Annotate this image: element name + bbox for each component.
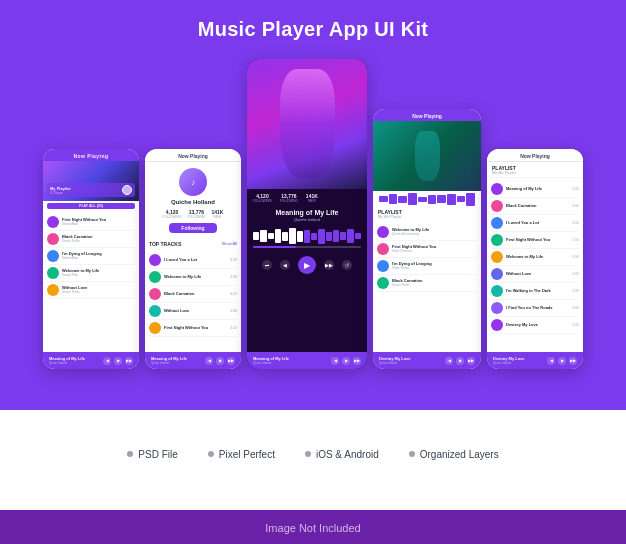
list-item: Welcome to My Life 2:56	[491, 249, 579, 266]
wave-bar	[268, 233, 274, 239]
prev-button[interactable]: ◀	[280, 260, 290, 270]
song-title: Destroy My Love	[506, 323, 569, 328]
page-title: Music Player App UI Kit	[198, 18, 429, 41]
wave-bar	[260, 230, 266, 242]
song-info: Welcome to My Life Quintin Bermondsey	[392, 228, 477, 236]
prev-button[interactable]: ◀	[331, 357, 339, 365]
duration: 4:23	[230, 292, 237, 296]
list-item: First Night Without You Gabe Florentin	[377, 241, 477, 258]
duration: 5:08	[230, 309, 237, 313]
phone2-bottom-bar: Meaning of My Life Quinn Ireland ◀ ▶ ▶▶	[145, 352, 241, 369]
play-button[interactable]: ▶	[216, 357, 224, 365]
bottom-song-artist: Quinn Ireland	[49, 361, 85, 365]
next-button[interactable]: ▶▶	[467, 357, 475, 365]
duration: 3:06	[572, 204, 579, 208]
song-title: Meaning of My Life	[506, 187, 569, 192]
phone1-playlist-label: My Playlist	[50, 186, 71, 191]
wave-bar	[297, 231, 303, 242]
stat-label: FANS	[211, 215, 223, 219]
wave-bar	[282, 232, 288, 241]
wave-bar	[408, 193, 417, 205]
progress-bar-bg	[253, 246, 361, 248]
stat-followers: 4,120 FOLLOWERS	[253, 193, 272, 203]
song-artist: Shane Allan	[62, 223, 135, 227]
play-button[interactable]: ▶	[456, 357, 464, 365]
avatar	[491, 234, 503, 246]
avatar	[491, 302, 503, 314]
wave-bar	[275, 229, 281, 243]
phone2-bottom-controls: ◀ ▶ ▶▶	[205, 357, 235, 365]
duration: 2:56	[572, 255, 579, 259]
show-all-label[interactable]: Show All	[222, 241, 237, 247]
phone-5: Now Playing PLAYLIST Mix Mix Playlist Me…	[487, 149, 583, 369]
duration: 5:00	[572, 289, 579, 293]
next-button[interactable]: ▶▶	[569, 357, 577, 365]
wave-bar	[398, 196, 407, 203]
prev-button[interactable]: ◀	[547, 357, 555, 365]
play-button[interactable]: ▶	[342, 357, 350, 365]
list-item: Without Love Gracie Fields	[47, 282, 135, 299]
wave-bar	[447, 194, 456, 205]
wave-bar	[437, 195, 446, 203]
song-info: First Night Without You Shane Allan	[62, 218, 135, 226]
next-button[interactable]: ▶▶	[353, 357, 361, 365]
list-item: First Night Without You Shane Allan	[47, 214, 135, 231]
song-info: I'm Walking in The Dark	[506, 289, 569, 294]
song-info: I Find You on The Roads	[506, 306, 569, 311]
avatar	[491, 285, 503, 297]
feature-organized: Organized Layers	[409, 449, 499, 460]
song-info: First Night Without You	[164, 326, 227, 331]
guitar-shape	[415, 131, 440, 181]
song-title: Black Carnation	[506, 204, 569, 209]
stat-label: FOLLOWERS	[163, 215, 182, 219]
phone1-play-all[interactable]: PLAY ALL (25)	[47, 203, 135, 209]
play-button[interactable]: ▶	[114, 357, 122, 365]
duration: 3:22	[230, 326, 237, 330]
duration: 5:00	[572, 272, 579, 276]
avatar	[149, 322, 161, 334]
avatar	[47, 284, 59, 296]
play-button[interactable]: ▶	[558, 357, 566, 365]
duration: 5:00	[572, 306, 579, 310]
song-artist: Gracie Fields	[62, 291, 135, 295]
song-title: Without Love	[506, 272, 569, 277]
playlist-name: Mix Mix Playlist	[492, 171, 578, 175]
waveform	[247, 226, 367, 246]
list-item: I'm Dying of Longing Shane Allan	[47, 248, 135, 265]
list-item: Without Love 5:08	[149, 303, 237, 320]
repeat-button[interactable]: ↺	[342, 260, 352, 270]
feature-label: PSD File	[138, 449, 177, 460]
wave-bar	[457, 196, 466, 202]
phone1-avatar	[122, 185, 132, 195]
avatar	[149, 271, 161, 283]
song-info: I'm Dying of Longing Shane Allan	[62, 252, 135, 260]
song-big-title: Meaning of My Life	[247, 207, 367, 217]
prev-button[interactable]: ◀	[445, 357, 453, 365]
follow-button[interactable]: Following	[169, 223, 216, 233]
play-button[interactable]: ▶	[298, 256, 316, 274]
next-button[interactable]: ▶▶	[227, 357, 235, 365]
song-info: Destroy My Love	[506, 323, 569, 328]
avatar	[491, 217, 503, 229]
phone3-bottom-song-info: Meaning of My Life Quinn Ireland	[253, 356, 289, 365]
next-button[interactable]: ▶▶	[324, 260, 334, 270]
phone1-header: Now Playing	[43, 149, 139, 161]
list-item: First Night Without You 3:22	[149, 320, 237, 337]
song-info: First Night Without You Gabe Florentin	[392, 245, 477, 253]
song-info: I'm Dying of Longing Shato Fulton	[392, 262, 477, 270]
list-item: First Night Without You 2:56	[491, 232, 579, 249]
next-button[interactable]: ▶▶	[125, 357, 133, 365]
profile-section: ♪ Quiche Holland 4,120 FOLLOWERS 13,776 …	[145, 162, 241, 241]
prev-button[interactable]: ◀	[205, 357, 213, 365]
stat-label: FOLLOWING	[280, 199, 298, 203]
phone3-bottom-bar: Meaning of My Life Quinn Ireland ◀ ▶ ▶▶	[247, 352, 367, 369]
phone1-artist: DJ Sayan	[50, 191, 71, 195]
prev-button[interactable]: ◀	[103, 357, 111, 365]
wave-bar	[333, 230, 339, 242]
avatar	[149, 288, 161, 300]
list-item: Black Carnation Gracie Fields	[47, 231, 135, 248]
avatar	[377, 260, 389, 272]
song-artist: Quintin Bermondsey	[392, 233, 477, 237]
phone3-stats: 4,120 FOLLOWERS 13,776 FOLLOWING 141K FA…	[247, 189, 367, 207]
shuffle-button[interactable]: ⇌	[262, 260, 272, 270]
